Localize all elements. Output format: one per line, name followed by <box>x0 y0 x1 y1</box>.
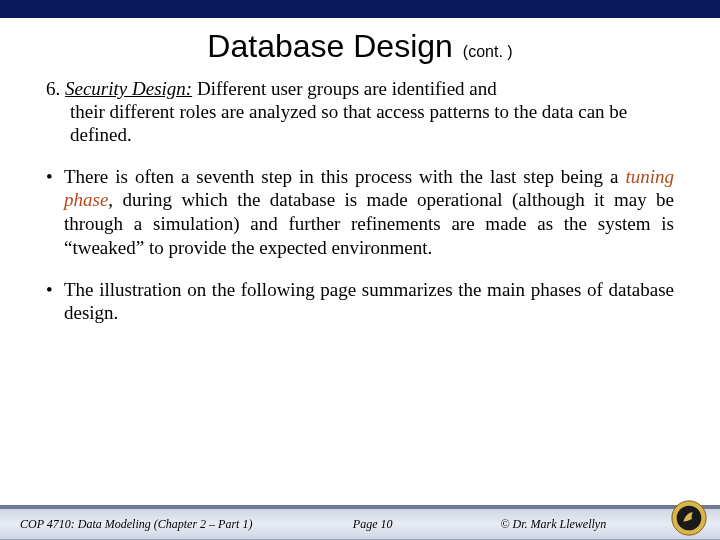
top-band <box>0 0 720 18</box>
bullet-1: • There is often a seventh step in this … <box>46 165 674 260</box>
bullet-2-text: The illustration on the following page s… <box>64 278 674 326</box>
bullet-1-text: There is often a seventh step in this pr… <box>64 165 674 260</box>
bullet-icon: • <box>46 165 64 260</box>
item6-text-rest: their different roles are analyzed so th… <box>46 100 674 146</box>
slide-title: Database Design <box>207 28 452 64</box>
footer-bar: COP 4710: Data Modeling (Chapter 2 – Par… <box>0 508 720 540</box>
ucf-pegasus-logo-icon <box>670 499 708 537</box>
title-area: Database Design (cont. ) <box>0 18 720 73</box>
bullet-icon: • <box>46 278 64 326</box>
item6-text-first: Different user groups are identified and <box>197 78 497 99</box>
footer-page: Page 10 <box>353 517 483 532</box>
bullet-2: • The illustration on the following page… <box>46 278 674 326</box>
bullet-2-pre: The illustration on the following page s… <box>64 279 674 324</box>
slide-title-cont: (cont. ) <box>463 43 513 60</box>
slide: Database Design (cont. ) 6. Security Des… <box>0 0 720 540</box>
footer-course: COP 4710: Data Modeling (Chapter 2 – Par… <box>0 517 353 532</box>
item6-label: Security Design: <box>65 78 192 99</box>
item6-number: 6. <box>46 78 60 99</box>
bullet-1-pre: There is often a seventh step in this pr… <box>64 166 625 187</box>
list-item-6: 6. Security Design: Different user group… <box>46 77 674 147</box>
bullet-1-post: , during which the database is made oper… <box>64 189 674 258</box>
content-area: 6. Security Design: Different user group… <box>0 73 720 508</box>
